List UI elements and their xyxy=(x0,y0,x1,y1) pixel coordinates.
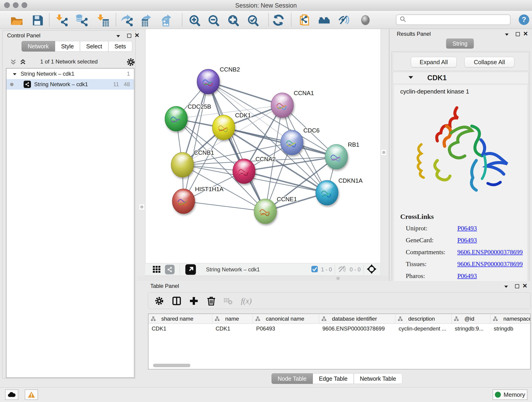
table-cell[interactable]: P06493 xyxy=(253,324,319,334)
column-header-namespace[interactable]: namespace xyxy=(491,314,531,323)
search-input[interactable] xyxy=(408,16,510,23)
zoom-in-icon[interactable] xyxy=(188,14,201,27)
gene-section-header[interactable]: CDK1 xyxy=(393,72,528,84)
node-CCNE1[interactable]: CCNE1 xyxy=(254,196,297,224)
tab-style[interactable]: Style xyxy=(55,41,80,51)
float-window-icon[interactable] xyxy=(513,283,521,290)
float-menu-icon[interactable] xyxy=(502,283,510,290)
export-table-icon[interactable] xyxy=(140,14,153,27)
column-header-description[interactable]: description xyxy=(395,314,452,323)
table-cell[interactable]: stringdb:9... xyxy=(452,324,491,334)
delete-table-icon[interactable] xyxy=(222,295,234,307)
table-hscrollbar[interactable] xyxy=(153,364,190,367)
zoom-out-icon[interactable] xyxy=(207,14,220,27)
collapse-all-button[interactable]: Collapse All xyxy=(464,57,514,67)
import-network-file-icon[interactable] xyxy=(55,14,68,27)
cloud-button[interactable] xyxy=(5,389,18,400)
refresh-icon[interactable] xyxy=(272,14,285,27)
close-panel-icon[interactable]: ✕ xyxy=(133,32,141,39)
float-window-icon[interactable] xyxy=(125,32,133,39)
table-cell[interactable]: CDK1 xyxy=(212,324,253,334)
search-box[interactable] xyxy=(396,14,510,25)
crosslink-link[interactable]: P06493 xyxy=(457,272,477,280)
tab-select[interactable]: Select xyxy=(80,41,108,51)
zoom-fit-icon[interactable] xyxy=(227,14,240,27)
open-session-icon[interactable] xyxy=(10,14,23,27)
tab-sets[interactable]: Sets xyxy=(108,41,132,51)
node-CCNA2[interactable]: CCNA2 xyxy=(233,156,276,184)
column-header-@id[interactable]: @id xyxy=(452,314,491,323)
edge-CCNB2-CCNA1[interactable] xyxy=(208,82,282,105)
crosslink-link[interactable]: 9606.ENSP00000378699 xyxy=(457,260,523,268)
tab-string[interactable]: String xyxy=(446,38,474,49)
right-splitter-handle[interactable] xyxy=(381,149,386,155)
birdseye-crosshair-icon[interactable] xyxy=(366,264,377,275)
network-file-share-icon[interactable] xyxy=(298,14,311,27)
table-cell[interactable]: stringdb xyxy=(491,324,531,334)
hidden-eye-icon[interactable] xyxy=(338,265,347,274)
network-collection-row[interactable]: String Network – cdk1 1 xyxy=(6,69,134,79)
tab-network[interactable]: Network xyxy=(22,41,55,51)
float-menu-icon[interactable] xyxy=(503,31,511,38)
table-cell[interactable]: 9606.ENSP00000378699 xyxy=(319,324,395,334)
import-network-database-icon[interactable] xyxy=(75,14,88,27)
node-CDKN1A[interactable]: CDKN1A xyxy=(316,177,363,205)
table-gear-icon[interactable] xyxy=(153,295,165,307)
save-session-icon[interactable] xyxy=(31,14,44,27)
delete-column-icon[interactable] xyxy=(205,295,217,307)
search-icon xyxy=(399,16,406,24)
homes-icon[interactable] xyxy=(318,14,331,27)
memory-button[interactable]: Memory xyxy=(493,389,527,400)
crosslink-row: GeneCard: P06493 xyxy=(406,236,530,247)
tab-network-table[interactable]: Network Table xyxy=(354,373,402,384)
help-button[interactable]: ? xyxy=(518,14,530,26)
network-icon-gray[interactable] xyxy=(165,265,175,274)
tab-node-table[interactable]: Node Table xyxy=(272,373,313,384)
tab-edge-table[interactable]: Edge Table xyxy=(313,373,354,384)
float-menu-icon[interactable] xyxy=(114,33,122,40)
column-header-canonical-name[interactable]: canonical name xyxy=(253,314,319,323)
table-cell[interactable]: cyclin-dependent ... xyxy=(395,324,452,334)
edge-CCNB2-HIST1H1A[interactable] xyxy=(184,82,208,201)
column-header-name[interactable]: name xyxy=(212,314,253,323)
collapse-triangle-icon[interactable] xyxy=(12,70,17,77)
grid-view-icon[interactable] xyxy=(152,264,161,274)
node-RB1[interactable]: RB1 xyxy=(325,141,360,169)
edge-HIST1H1A-CCNE1[interactable] xyxy=(184,201,265,211)
export-image-icon[interactable] xyxy=(160,14,173,27)
node-table[interactable]: shared namenamecanonical namedatabase id… xyxy=(148,313,531,370)
function-builder-icon[interactable]: f(x) xyxy=(240,295,252,307)
collapse-triangle-icon[interactable] xyxy=(409,76,413,80)
node-CDK1[interactable]: CDK1 xyxy=(212,112,251,140)
add-column-icon[interactable] xyxy=(188,295,200,307)
table-row[interactable]: CDK1CDK1P064939606.ENSP00000378699cyclin… xyxy=(148,324,530,334)
crosslink-link[interactable]: P06493 xyxy=(457,225,477,232)
select-columns-icon[interactable] xyxy=(171,295,183,307)
table-cell[interactable]: CDK1 xyxy=(148,324,212,334)
crosslink-link[interactable]: 9606.ENSP00000378699 xyxy=(457,249,523,256)
column-header-database-identifier[interactable]: database identifier xyxy=(319,314,395,323)
warning-button[interactable] xyxy=(25,389,38,400)
node-CCNA1[interactable]: CCNA1 xyxy=(271,89,314,118)
column-header-shared-name[interactable]: shared name xyxy=(148,314,212,323)
selected-checkbox-icon[interactable] xyxy=(311,265,318,274)
crosslink-row: Tissues: 9606.ENSP00000378699 xyxy=(406,260,530,271)
detail-sphere-icon[interactable] xyxy=(360,14,372,27)
left-splitter-handle[interactable] xyxy=(139,204,145,210)
node-label-CCNA1: CCNA1 xyxy=(294,89,314,96)
toolbar-separator xyxy=(49,13,50,26)
zoom-selected-icon[interactable] xyxy=(247,14,259,27)
crosslink-link[interactable]: P06493 xyxy=(457,236,477,244)
close-panel-icon[interactable]: ✕ xyxy=(522,30,530,37)
expand-all-button[interactable]: Expand All xyxy=(411,57,457,67)
open-view-icon[interactable] xyxy=(185,264,196,275)
float-window-icon[interactable] xyxy=(514,31,522,38)
close-panel-icon[interactable]: ✕ xyxy=(521,282,529,289)
options-gear-icon[interactable] xyxy=(126,57,135,68)
hide-graphics-icon[interactable] xyxy=(338,14,351,27)
network-row-selected[interactable]: String Network – cdk1 11 48 xyxy=(6,79,134,89)
network-canvas[interactable]: CCNB2 CCNA1 CDC25B CDK1 CDC6 RB1 xyxy=(145,29,381,263)
node-HIST1H1A[interactable]: HIST1H1A xyxy=(172,186,224,214)
import-table-icon[interactable] xyxy=(96,14,109,27)
export-network-icon[interactable] xyxy=(120,14,133,27)
